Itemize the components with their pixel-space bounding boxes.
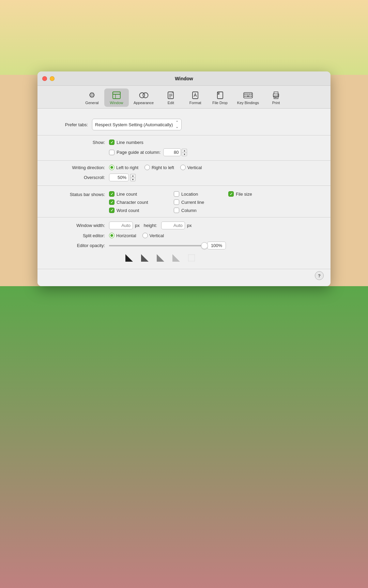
svg-rect-18 — [244, 96, 246, 97]
status-word-count-label: Word count — [117, 208, 139, 213]
toolbar-item-key-bindings[interactable]: Key Bindings — [232, 88, 264, 107]
status-line-count[interactable]: Line count — [109, 191, 174, 197]
split-horizontal[interactable]: Horizontal — [109, 233, 136, 238]
toolbar-label-window: Window — [110, 101, 123, 105]
direction-vertical[interactable]: Vertical — [180, 165, 202, 170]
status-current-line-box[interactable] — [174, 199, 179, 205]
page-guide-column-input[interactable] — [163, 148, 181, 156]
opacity-icon-2[interactable] — [141, 254, 149, 263]
direction-ltr-radio[interactable] — [109, 165, 114, 170]
toolbar-item-window[interactable]: Window — [104, 88, 129, 107]
overscroll-stepper[interactable]: ▲ ▼ — [130, 174, 136, 181]
status-file-size[interactable]: File size — [228, 191, 273, 197]
appearance-icon — [139, 91, 149, 100]
svg-rect-10 — [193, 92, 198, 99]
status-current-line[interactable]: Current line — [174, 199, 228, 205]
svg-marker-29 — [157, 254, 164, 262]
status-location[interactable]: Location — [174, 191, 228, 197]
opacity-icon-3[interactable] — [157, 254, 164, 263]
split-vertical[interactable]: Vertical — [142, 233, 164, 238]
prefer-tabs-label: Prefer tabs: — [48, 122, 92, 127]
overscroll-label: Overscroll: — [48, 175, 109, 180]
status-file-size-box[interactable] — [228, 191, 234, 197]
general-icon: ⚙ — [89, 91, 95, 100]
overscroll-stepper-up[interactable]: ▲ — [130, 174, 136, 178]
direction-ltr[interactable]: Left to right — [109, 165, 138, 170]
svg-rect-13 — [244, 93, 252, 98]
editor-opacity-thumb[interactable] — [201, 242, 208, 249]
direction-rtl-radio[interactable] — [144, 165, 150, 170]
help-button[interactable]: ? — [315, 271, 324, 280]
svg-rect-6 — [168, 92, 173, 99]
page-guide-stepper[interactable]: ▲ ▼ — [182, 149, 187, 156]
opacity-icons-row — [48, 253, 320, 265]
content-area: Prefer tabs: Respect System Setting (Aut… — [37, 109, 331, 286]
line-numbers-checkbox[interactable]: Line numbers — [109, 140, 143, 145]
overscroll-stepper-down[interactable]: ▼ — [130, 178, 136, 181]
svg-rect-1 — [113, 92, 120, 94]
status-char-count-box[interactable] — [109, 199, 114, 205]
window-width-unit: px — [135, 223, 140, 228]
stepper-up[interactable]: ▲ — [182, 149, 187, 152]
title-bar: Window — [37, 71, 331, 86]
toolbar-label-format: Format — [189, 101, 201, 105]
editor-opacity-track[interactable] — [109, 245, 204, 246]
opacity-icon-5[interactable] — [188, 255, 195, 263]
svg-point-26 — [278, 95, 279, 96]
toolbar-item-print[interactable]: Print — [264, 88, 288, 107]
split-vertical-radio[interactable] — [142, 233, 148, 238]
prefer-tabs-value: Respect System Setting (Automatically) — [95, 122, 173, 127]
direction-rtl[interactable]: Right to left — [144, 165, 174, 170]
direction-vertical-radio[interactable] — [180, 165, 186, 170]
status-word-count-box[interactable] — [109, 208, 114, 213]
status-line-count-box[interactable] — [109, 191, 114, 197]
line-numbers-box[interactable] — [109, 140, 114, 145]
split-horizontal-label: Horizontal — [116, 233, 136, 238]
writing-direction-section: Writing direction: Left to right Right t… — [37, 161, 331, 186]
svg-rect-23 — [274, 96, 278, 99]
page-guide-box[interactable] — [109, 150, 114, 155]
toolbar-item-edit[interactable]: Edit — [158, 88, 183, 107]
status-bar-row: Status bar shows: Line count Location Fi… — [48, 190, 320, 213]
format-icon — [192, 91, 199, 100]
minimize-button[interactable] — [50, 76, 55, 81]
print-icon — [272, 91, 280, 100]
key-bindings-icon — [243, 91, 253, 100]
direction-rtl-label: Right to left — [152, 165, 174, 170]
toolbar-item-file-drop[interactable]: File Drop — [208, 88, 232, 107]
split-editor-label: Split editor: — [48, 233, 109, 238]
window-width-input[interactable] — [109, 222, 133, 229]
window-size-row: Window width: px height: px — [48, 222, 320, 229]
page-guide-checkbox[interactable]: Page guide at column: — [109, 150, 160, 155]
toolbar-item-format[interactable]: Format — [183, 88, 208, 107]
window-height-input[interactable] — [161, 222, 185, 229]
status-location-box[interactable] — [174, 191, 179, 197]
status-column[interactable]: Column — [174, 208, 228, 213]
opacity-icon-4[interactable] — [172, 254, 180, 263]
overscroll-input[interactable] — [109, 174, 129, 181]
edit-icon — [167, 91, 174, 100]
preferences-window: Window ⚙ General Window — [37, 71, 331, 286]
prefer-tabs-arrow: ⌃⌄ — [175, 120, 179, 129]
status-char-count[interactable]: Character count — [109, 199, 174, 205]
split-horizontal-radio[interactable] — [109, 233, 114, 238]
status-column-box[interactable] — [174, 208, 179, 213]
direction-vertical-label: Vertical — [187, 165, 202, 170]
opacity-icon-1[interactable] — [125, 254, 133, 263]
close-button[interactable] — [42, 76, 47, 81]
stepper-down[interactable]: ▼ — [182, 152, 187, 156]
svg-rect-19 — [246, 96, 250, 97]
status-current-line-label: Current line — [181, 200, 204, 205]
window-title: Window — [175, 76, 193, 81]
toolbar-item-general[interactable]: ⚙ General — [80, 88, 104, 107]
writing-direction-row: Writing direction: Left to right Right t… — [48, 165, 320, 170]
toolbar-label-edit: Edit — [168, 101, 174, 105]
traffic-lights — [42, 76, 55, 81]
status-bar-grid: Line count Location File size Character … — [109, 191, 273, 213]
svg-marker-27 — [125, 254, 133, 262]
overscroll-input-wrap: ▲ ▼ — [109, 174, 136, 181]
prefer-tabs-select[interactable]: Respect System Setting (Automatically) ⌃… — [92, 119, 182, 130]
toolbar-label-key-bindings: Key Bindings — [237, 101, 259, 105]
toolbar-item-appearance[interactable]: Appearance — [129, 88, 158, 107]
status-word-count[interactable]: Word count — [109, 208, 174, 213]
